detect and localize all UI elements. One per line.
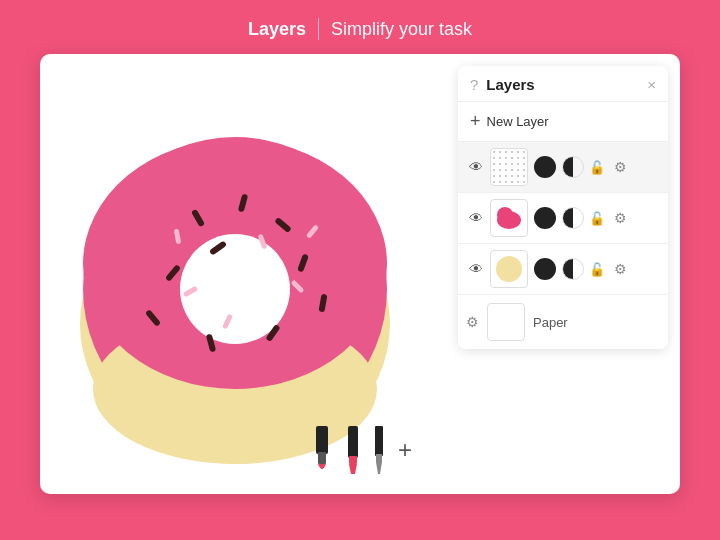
new-layer-label: New Layer bbox=[487, 114, 549, 129]
svg-rect-29 bbox=[376, 454, 382, 462]
svg-marker-27 bbox=[349, 464, 357, 474]
lock-icon-3: 🔓 bbox=[588, 262, 606, 277]
close-icon[interactable]: × bbox=[647, 77, 656, 92]
svg-rect-28 bbox=[375, 426, 383, 456]
paper-layer-label: Paper bbox=[533, 315, 568, 330]
marker-icon[interactable] bbox=[342, 424, 364, 476]
paper-layer-thumb bbox=[487, 303, 525, 341]
layer-half-circle-1 bbox=[562, 156, 584, 178]
tools-bar: + bbox=[308, 424, 412, 476]
svg-point-32 bbox=[497, 207, 513, 223]
gear-icon-2[interactable]: ⚙ bbox=[610, 210, 630, 226]
eye-icon-1[interactable]: 👁 bbox=[466, 159, 486, 175]
svg-point-6 bbox=[187, 241, 283, 337]
help-icon[interactable]: ? bbox=[470, 76, 478, 93]
layer-black-circle-2 bbox=[534, 207, 556, 229]
layer-black-circle-1 bbox=[534, 156, 556, 178]
svg-rect-26 bbox=[349, 456, 357, 464]
brush-icon[interactable] bbox=[308, 424, 336, 476]
eye-icon-2[interactable]: 👁 bbox=[466, 210, 486, 226]
add-tool-button[interactable]: + bbox=[398, 436, 412, 464]
app-subtitle: Simplify your task bbox=[331, 19, 472, 40]
svg-rect-23 bbox=[316, 426, 328, 454]
eye-icon-3[interactable]: 👁 bbox=[466, 261, 486, 277]
svg-rect-25 bbox=[348, 426, 358, 458]
svg-point-33 bbox=[496, 256, 522, 282]
layers-title: Layers bbox=[486, 76, 647, 93]
canvas-container: + ? Layers × + New Layer 👁 🔓 ⚙ 👁 bbox=[40, 54, 680, 494]
pen-icon[interactable] bbox=[370, 424, 388, 476]
layer-black-circle-3 bbox=[534, 258, 556, 280]
divider bbox=[318, 18, 319, 40]
layer-thumb-3 bbox=[490, 250, 528, 288]
layers-panel: ? Layers × + New Layer 👁 🔓 ⚙ 👁 bbox=[458, 66, 668, 349]
top-bar: Layers Simplify your task bbox=[248, 0, 472, 54]
svg-marker-30 bbox=[376, 462, 382, 474]
svg-rect-24 bbox=[318, 452, 326, 464]
gear-icon-3[interactable]: ⚙ bbox=[610, 261, 630, 277]
new-layer-button[interactable]: + New Layer bbox=[458, 102, 668, 142]
lock-icon-2: 🔓 bbox=[588, 211, 606, 226]
layer-thumb-1 bbox=[490, 148, 528, 186]
app-title: Layers bbox=[248, 19, 306, 40]
layer-row-3[interactable]: 👁 🔓 ⚙ bbox=[458, 244, 668, 295]
paper-layer-row[interactable]: ⚙ Paper bbox=[458, 295, 668, 349]
new-layer-plus-icon: + bbox=[470, 111, 481, 132]
lock-icon-1: 🔓 bbox=[588, 160, 606, 175]
layer-row-1[interactable]: 👁 🔓 ⚙ bbox=[458, 142, 668, 193]
layer-row-2[interactable]: 👁 🔓 ⚙ bbox=[458, 193, 668, 244]
layer-thumb-2 bbox=[490, 199, 528, 237]
layers-header: ? Layers × bbox=[458, 66, 668, 102]
layer-half-circle-3 bbox=[562, 258, 584, 280]
paper-gear-icon[interactable]: ⚙ bbox=[466, 314, 479, 330]
layer-half-circle-2 bbox=[562, 207, 584, 229]
gear-icon-1[interactable]: ⚙ bbox=[610, 159, 630, 175]
